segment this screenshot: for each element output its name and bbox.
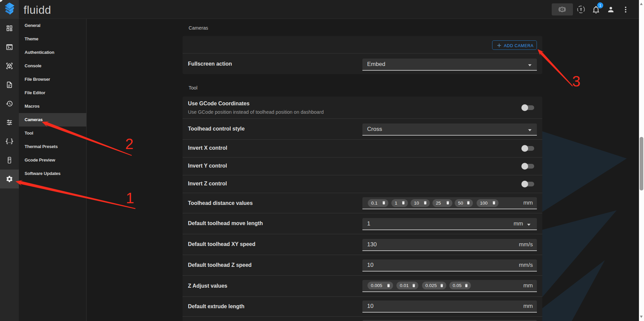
svg-text:2: 2 (125, 136, 133, 152)
svg-text:3: 3 (572, 73, 580, 90)
svg-text:1: 1 (126, 190, 134, 206)
